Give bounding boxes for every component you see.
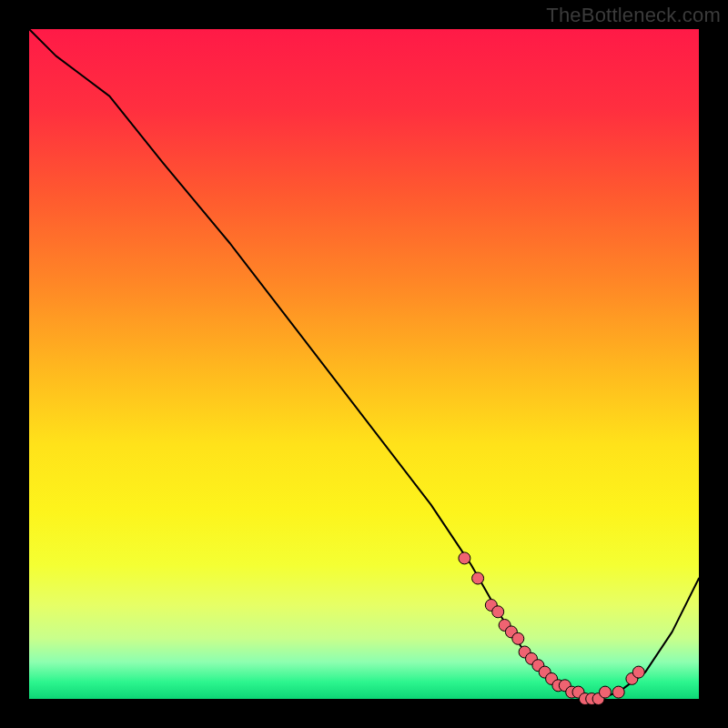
chart-stage: { "watermark": "TheBottleneck.com", "col… <box>0 0 728 728</box>
valley-dot <box>600 686 612 698</box>
valley-dot <box>492 606 504 618</box>
chart-svg <box>0 0 728 728</box>
valley-dot <box>459 552 470 564</box>
valley-dot <box>612 686 624 698</box>
valley-dot <box>512 632 524 644</box>
valley-dot <box>632 666 644 678</box>
plot-background <box>29 29 699 699</box>
valley-dot <box>472 572 484 584</box>
